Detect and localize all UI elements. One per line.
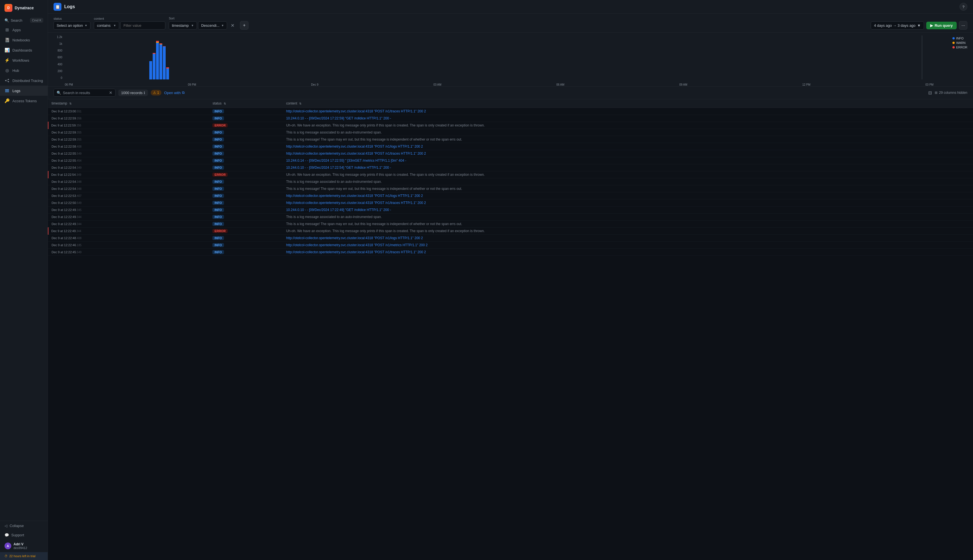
status-select[interactable]: Select an option ▼ bbox=[53, 22, 90, 30]
cell-content: http://otelcol-collector.opentelemetry.s… bbox=[283, 108, 973, 115]
records-info-icon[interactable]: ℹ bbox=[144, 91, 145, 95]
filter-results-button[interactable]: ⊟ bbox=[928, 90, 932, 95]
filter-value-input[interactable] bbox=[120, 22, 165, 30]
cell-status: INFO bbox=[209, 249, 283, 256]
legend-info: INFO bbox=[953, 37, 967, 40]
info-label: INFO bbox=[956, 37, 963, 40]
sidebar-search[interactable]: 🔍 Search Cmd K bbox=[0, 16, 48, 25]
run-query-label: Run query bbox=[935, 23, 953, 28]
table-row[interactable]: Dec 9 at 12:22:55.549INFOhttp://otelcol-… bbox=[48, 150, 973, 157]
cell-content: Uh-oh. We have an exception. This log me… bbox=[283, 228, 973, 235]
status-select-value: Select an option bbox=[57, 23, 83, 28]
status-badge: INFO bbox=[212, 180, 224, 184]
bar-group bbox=[163, 35, 166, 80]
cell-timestamp: Dec 9 at 12:22:54.348 bbox=[48, 178, 209, 185]
clear-search-button[interactable]: ✕ bbox=[109, 90, 112, 95]
table-row[interactable]: Dec 9 at 12:22:59.355INFOThis is a log m… bbox=[48, 136, 973, 143]
apps-icon: ⊞ bbox=[5, 27, 10, 32]
table-row[interactable]: Dec 9 at 12:22:46.185INFOhttp://otelcol-… bbox=[48, 242, 973, 249]
content-sort-icon: ⇅ bbox=[299, 102, 302, 105]
cell-status: INFO bbox=[209, 178, 283, 185]
cell-timestamp: Dec 9 at 12:22:49.344 bbox=[48, 228, 209, 235]
table-row[interactable]: Dec 9 at 12:23:00.551INFOhttp://otelcol-… bbox=[48, 108, 973, 115]
help-button[interactable]: ? bbox=[960, 3, 967, 11]
table-row[interactable]: Dec 9 at 12:22:54.348INFOThis is a log m… bbox=[48, 178, 973, 185]
status-sort-icon: ⇅ bbox=[224, 102, 226, 105]
table-row[interactable]: Dec 9 at 12:22:59.356ERRORUh-oh. We have… bbox=[48, 122, 973, 129]
sidebar-item-notebooks[interactable]: 📓 Notebooks bbox=[0, 35, 48, 45]
cell-status: INFO bbox=[209, 220, 283, 228]
status-badge: INFO bbox=[212, 166, 224, 170]
sidebar-item-logs[interactable]: Logs bbox=[0, 86, 48, 96]
table-row[interactable]: Dec 9 at 12:22:55.454INFO10.244.0.14 - -… bbox=[48, 157, 973, 164]
collapse-button[interactable]: ◁ Collapse bbox=[0, 521, 48, 530]
table-row[interactable]: Dec 9 at 12:22:59.356INFO10.244.0.10 - -… bbox=[48, 115, 973, 122]
more-options-button[interactable]: ⋯ bbox=[959, 21, 967, 30]
chart-current-time-line bbox=[922, 35, 922, 80]
sidebar-item-hub[interactable]: ◎ Hub bbox=[0, 65, 48, 75]
open-with-button[interactable]: Open with ⧉ bbox=[164, 90, 185, 95]
cell-content: Uh-oh. We have an exception. This log me… bbox=[283, 122, 973, 129]
table-row[interactable]: Dec 9 at 12:22:48.408INFOhttp://otelcol-… bbox=[48, 235, 973, 242]
table-row[interactable]: Dec 9 at 12:22:59.355INFOThis is a log m… bbox=[48, 129, 973, 136]
info-bar bbox=[149, 61, 152, 80]
svg-line-3 bbox=[6, 80, 8, 80]
chart-bars bbox=[65, 35, 933, 80]
right-tools: ⊟ ⊞ 29 columns hidden bbox=[928, 90, 967, 95]
search-box[interactable]: 🔍 ✕ bbox=[53, 89, 115, 97]
y-label-600: 600 bbox=[57, 56, 62, 59]
error-dot bbox=[953, 46, 955, 48]
time-range-picker[interactable]: 4 days ago → 3 days ago ▼ bbox=[871, 22, 924, 30]
table-row[interactable]: Dec 9 at 12:22:53.407INFOhttp://otelcol-… bbox=[48, 192, 973, 200]
table-row[interactable]: Dec 9 at 12:22:54.349ERRORUh-oh. We have… bbox=[48, 171, 973, 178]
cell-status: INFO bbox=[209, 235, 283, 242]
table-row[interactable]: Dec 9 at 12:22:54.349INFO10.244.0.10 - -… bbox=[48, 164, 973, 171]
sidebar-item-label: Notebooks bbox=[12, 38, 30, 42]
sort-field-select[interactable]: timestamp ▼ bbox=[169, 22, 197, 30]
table-row[interactable]: Dec 9 at 12:22:49.344ERRORUh-oh. We have… bbox=[48, 228, 973, 235]
app-logo[interactable]: D Dynatrace bbox=[0, 0, 48, 16]
sort-order-select[interactable]: Descendi... ▼ bbox=[198, 22, 227, 30]
sidebar-item-workflows[interactable]: ⚡ Workflows bbox=[0, 55, 48, 65]
cell-timestamp: Dec 9 at 12:22:54.349 bbox=[48, 164, 209, 171]
cell-status: INFO bbox=[209, 192, 283, 200]
status-badge: INFO bbox=[212, 116, 224, 120]
add-filter-button[interactable]: + bbox=[240, 21, 248, 30]
col-content[interactable]: content ⇅ bbox=[283, 99, 973, 108]
sidebar-item-distributed-tracing[interactable]: Distributed Tracing bbox=[0, 75, 48, 86]
table-row[interactable]: Dec 9 at 12:22:50.549INFOhttp://otelcol-… bbox=[48, 200, 973, 207]
table-row[interactable]: Dec 9 at 12:22:49.344INFOThis is a log m… bbox=[48, 220, 973, 228]
workflows-icon: ⚡ bbox=[5, 58, 10, 63]
chart-legend: INFO WARN ERROR bbox=[953, 37, 967, 49]
user-email: des99412 bbox=[13, 546, 27, 550]
table-row[interactable]: Dec 9 at 12:22:54.348INFOThis is a log m… bbox=[48, 185, 973, 192]
run-query-button[interactable]: ▶ Run query bbox=[926, 22, 957, 29]
sidebar-item-dashboards[interactable]: 📊 Dashboards bbox=[0, 45, 48, 55]
cell-timestamp: Dec 9 at 12:22:54.349 bbox=[48, 171, 209, 178]
user-menu[interactable]: A Adri V des99412 bbox=[0, 540, 48, 552]
sidebar-item-access-tokens[interactable]: 🔑 Access Tokens bbox=[0, 96, 48, 106]
legend-warn: WARN bbox=[953, 41, 967, 45]
table-row[interactable]: Dec 9 at 12:22:49.344INFOThis is a log m… bbox=[48, 213, 973, 220]
search-input[interactable] bbox=[63, 91, 107, 95]
columns-hidden-button[interactable]: ⊞ 29 columns hidden bbox=[935, 91, 967, 95]
cell-status: INFO bbox=[209, 200, 283, 207]
cell-content: This is a log message! The span may err … bbox=[283, 220, 973, 228]
cell-status: INFO bbox=[209, 143, 283, 150]
table-row[interactable]: Dec 9 at 12:22:49.345INFO10.244.0.10 - -… bbox=[48, 207, 973, 213]
support-label: Support bbox=[11, 533, 24, 537]
col-timestamp[interactable]: timestamp ⇅ bbox=[48, 99, 209, 108]
table-row[interactable]: Dec 9 at 12:22:45.549INFOhttp://otelcol-… bbox=[48, 249, 973, 256]
sidebar-item-apps[interactable]: ⊞ Apps bbox=[0, 25, 48, 35]
table-row[interactable]: Dec 9 at 12:22:58.408INFOhttp://otelcol-… bbox=[48, 143, 973, 150]
y-label-400: 400 bbox=[57, 63, 62, 66]
status-filter-group: status Select an option ▼ bbox=[53, 17, 90, 30]
x-label-03am: 03 AM bbox=[433, 83, 441, 86]
contains-select[interactable]: contains ▼ bbox=[94, 22, 119, 30]
clear-filter-button[interactable]: ✕ bbox=[228, 21, 237, 30]
col-status[interactable]: status ⇅ bbox=[209, 99, 283, 108]
contains-value: contains bbox=[97, 23, 110, 28]
cell-status: INFO bbox=[209, 185, 283, 192]
support-button[interactable]: 💬 Support bbox=[0, 530, 48, 540]
page-title-row: 📋 Logs bbox=[53, 3, 75, 11]
